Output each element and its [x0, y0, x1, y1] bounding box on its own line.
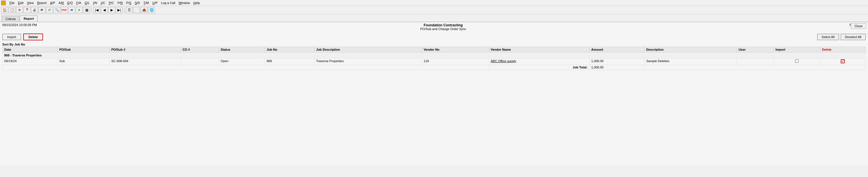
- delete-button[interactable]: Delete: [23, 34, 43, 40]
- toolbar-home-btn[interactable]: 🏠: [1, 7, 8, 13]
- menu-window[interactable]: Window: [177, 1, 191, 5]
- deselect-all-button[interactable]: Deselect All: [841, 34, 866, 40]
- import-button[interactable]: Import: [2, 34, 21, 40]
- cell-job-no: 908: [265, 59, 314, 65]
- cell-po-sub-num: SC-908-004: [110, 59, 181, 65]
- menu-jc[interactable]: J/C: [99, 1, 107, 5]
- menu-up[interactable]: U/P: [151, 1, 159, 5]
- toolbar-refresh-green-btn[interactable]: ↺: [46, 7, 53, 13]
- cell-po-sub: Sub: [57, 59, 110, 65]
- cell-date: 09/19/24: [3, 59, 58, 65]
- action-row: Import Delete Select All Deselect All: [0, 32, 868, 42]
- menu-eq[interactable]: E/Q: [66, 1, 74, 5]
- app-icon: [1, 1, 6, 5]
- menu-tm[interactable]: T/M: [142, 1, 150, 5]
- col-header-vendor-no: Vendor No: [422, 47, 489, 52]
- cell-amount: 1,000.00: [589, 59, 644, 65]
- job-total-row: Job Total: 1,000.00: [3, 65, 866, 70]
- delete-checkbox[interactable]: [841, 59, 845, 63]
- menu-gl[interactable]: G/L: [83, 1, 91, 5]
- tab-report[interactable]: Report: [20, 15, 37, 22]
- col-header-user: User: [737, 47, 774, 52]
- col-header-delete: Delete: [820, 47, 865, 52]
- col-header-date: Date: [3, 47, 58, 52]
- toolbar-location-btn[interactable]: 📍: [24, 7, 30, 13]
- menu-ar[interactable]: A/R: [57, 1, 65, 5]
- toolbar-copy-btn[interactable]: 📋: [9, 7, 16, 13]
- job-total-label: Job Total:: [489, 65, 589, 70]
- toolbar-close-x-btn[interactable]: ✕: [16, 7, 23, 13]
- col-header-description: Description: [644, 47, 737, 52]
- menu-file[interactable]: File: [8, 1, 16, 5]
- cell-delete-checkbox[interactable]: [820, 59, 865, 65]
- toolbar-copy2-btn[interactable]: 📄: [133, 7, 140, 13]
- col-header-job-description: Job Description: [314, 47, 422, 52]
- group-row-908: 908 - Traverse Properties: [3, 52, 866, 59]
- menu-log-a-call[interactable]: Log a Call: [160, 1, 177, 5]
- toolbar-search-btn[interactable]: 🔍: [53, 7, 60, 13]
- select-all-button[interactable]: Select All: [817, 34, 839, 40]
- menu-edit[interactable]: Edit: [17, 1, 25, 5]
- job-total-amount: 1,000.00: [589, 65, 644, 70]
- cell-vendor-name: ABC Office supply: [489, 59, 589, 65]
- toolbar-list-btn[interactable]: ☰: [126, 7, 133, 13]
- toolbar: 🏠 📋 ✕ 📍 🖨 👁 ↺ 🔍 PDF W E ▦ |◀ ◀ ▶ ▶| ☰ 📄 …: [0, 6, 868, 14]
- col-header-import: Import: [774, 47, 820, 52]
- cell-job-description: Traverse Properties: [314, 59, 422, 65]
- col-header-co-num: CO #: [181, 47, 219, 52]
- col-header-job-no: Job No: [265, 47, 314, 52]
- menu-in[interactable]: I/N: [92, 1, 98, 5]
- select-deselect-group: Select All Deselect All: [817, 34, 866, 40]
- toolbar-preview-btn[interactable]: 👁: [38, 7, 45, 13]
- toolbar-print-btn[interactable]: 🖨: [31, 7, 38, 13]
- table-header-row: Date PO/Sub PO/Sub # CO # Status Job No …: [3, 47, 866, 52]
- col-header-vendor-name: Vendor Name: [489, 47, 589, 52]
- menu-pr[interactable]: P/R: [116, 1, 124, 5]
- toolbar-globe-btn[interactable]: 🌐: [148, 7, 155, 13]
- col-header-amount: Amount: [589, 47, 644, 52]
- toolbar-word-btn[interactable]: W: [68, 7, 75, 13]
- cell-co-num: [181, 59, 219, 65]
- col-header-status: Status: [219, 47, 265, 52]
- tab-bar: Criteria Report: [0, 14, 868, 22]
- toolbar-prev-btn[interactable]: ◀: [101, 7, 107, 13]
- menu-fa[interactable]: F/A: [74, 1, 82, 5]
- report-table: Date PO/Sub PO/Sub # CO # Status Job No …: [2, 47, 866, 70]
- job-total-spacer: [3, 65, 489, 70]
- cell-vendor-no: 116: [422, 59, 489, 65]
- menu-help[interactable]: Help: [192, 1, 202, 5]
- col-header-po-sub-num: PO/Sub #: [110, 47, 181, 52]
- report-subtitle: PO/Sub and Change Order Sync: [37, 27, 849, 31]
- col-header-po-sub: PO/Sub: [57, 47, 110, 52]
- close-button[interactable]: Close: [851, 23, 866, 29]
- menu-ps[interactable]: P/S: [125, 1, 133, 5]
- menu-sd[interactable]: S/D: [133, 1, 141, 5]
- toolbar-excel-btn[interactable]: E: [76, 7, 83, 13]
- import-checkbox[interactable]: [795, 59, 799, 63]
- report-title-area: Foundation Contracting PO/Sub and Change…: [37, 23, 849, 31]
- toolbar-more-btn[interactable]: ▦: [83, 7, 90, 13]
- menu-ap[interactable]: A/P: [49, 1, 57, 5]
- toolbar-separator: [92, 7, 92, 13]
- cell-description: Sample Deletion: [644, 59, 737, 65]
- job-total-end: [644, 65, 866, 70]
- menu-view[interactable]: View: [26, 1, 35, 5]
- menu-pc[interactable]: P/C: [107, 1, 115, 5]
- toolbar-next-btn[interactable]: ▶: [108, 7, 115, 13]
- menu-items: File Edit View Report A/P A/R E/Q F/A G/…: [8, 1, 201, 5]
- toolbar-separator-2: [124, 7, 124, 13]
- cell-status: Open: [219, 59, 265, 65]
- tab-criteria[interactable]: Criteria: [2, 16, 19, 22]
- report-company: Foundation Contracting: [37, 23, 849, 27]
- menu-bar: File Edit View Report A/P A/R E/Q F/A G/…: [0, 0, 868, 6]
- report-header: 09/15/2024 10:00:09 PM Foundation Contra…: [0, 22, 868, 32]
- toolbar-pdf-btn[interactable]: PDF: [61, 7, 68, 13]
- cell-import-checkbox[interactable]: [774, 59, 820, 65]
- toolbar-first-btn[interactable]: |◀: [93, 7, 100, 13]
- toolbar-export-btn[interactable]: 📤: [141, 7, 148, 13]
- menu-report[interactable]: Report: [36, 1, 48, 5]
- toolbar-last-btn[interactable]: ▶|: [116, 7, 123, 13]
- cell-user: [737, 59, 774, 65]
- sort-label: Sort By Job No: [0, 42, 868, 47]
- table-container: Date PO/Sub PO/Sub # CO # Status Job No …: [0, 47, 868, 72]
